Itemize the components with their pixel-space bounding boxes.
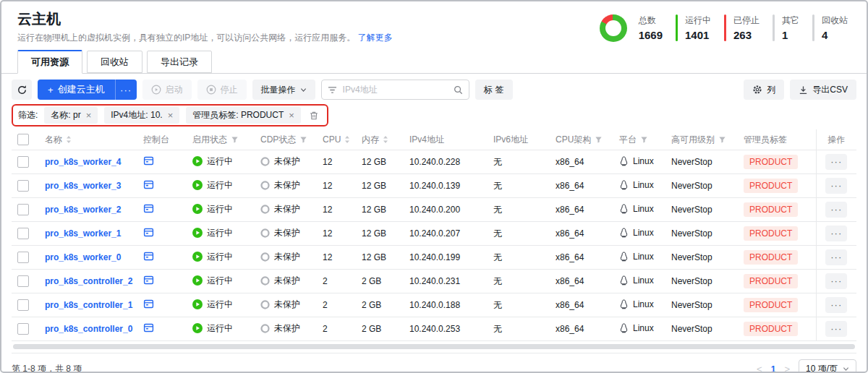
running-status-icon [192, 252, 203, 262]
columns-button[interactable]: 列 [744, 80, 784, 100]
stat-label: 已停止 [733, 14, 760, 27]
ipv4-value: 10.240.0.199 [409, 252, 460, 262]
memory-cell: 12 GB [356, 150, 404, 174]
filter-icon[interactable] [299, 136, 307, 144]
ha-cell: NeverStop [665, 293, 738, 317]
stat-value: 1669 [639, 29, 663, 41]
running-status-icon [192, 323, 203, 333]
arch-cell: x86_64 [550, 222, 613, 246]
arch-cell: x86_64 [550, 246, 613, 270]
console-button[interactable] [143, 158, 154, 168]
close-icon[interactable]: × [86, 112, 92, 119]
vm-name-link[interactable]: pro_k8s_controller_0 [45, 324, 132, 334]
row-actions-button[interactable]: ··· [825, 249, 847, 265]
row-select-cell [12, 150, 39, 174]
page-number[interactable]: 1 [771, 364, 776, 373]
arch-cell: x86_64 [550, 198, 613, 222]
vm-name-link[interactable]: pro_k8s_worker_3 [45, 181, 121, 191]
console-button[interactable] [143, 206, 154, 216]
table-row: pro_k8s_controller_0 运行中 未保护 2 2 GB 10.2… [12, 317, 856, 341]
platform-text: Linux [633, 323, 654, 333]
console-button[interactable] [143, 230, 154, 240]
running-status-icon [192, 204, 203, 214]
page-size-select[interactable]: 10 项/页 [799, 359, 856, 373]
vm-name-link[interactable]: pro_k8s_worker_4 [45, 157, 121, 167]
select-all-checkbox[interactable] [17, 134, 29, 145]
console-button[interactable] [143, 182, 154, 192]
row-actions-button[interactable]: ··· [825, 321, 847, 337]
vm-name-link[interactable]: pro_k8s_controller_2 [45, 276, 132, 286]
close-icon[interactable]: × [168, 112, 174, 119]
column-header: 控制台 [137, 129, 187, 150]
refresh-button[interactable] [12, 80, 32, 100]
ha-cell: NeverStop [665, 174, 738, 198]
sort-icon[interactable] [344, 135, 350, 144]
console-icon [143, 322, 154, 333]
column-label: IPv6地址 [493, 134, 528, 146]
row-actions-button[interactable]: ··· [825, 202, 847, 218]
row-actions-button[interactable]: ··· [825, 273, 847, 289]
clear-filters-button[interactable] [307, 109, 320, 122]
console-button[interactable] [143, 278, 154, 288]
ha-cell: NeverStop [665, 150, 738, 174]
row-actions-button[interactable]: ··· [825, 297, 847, 313]
learn-more-link[interactable]: 了解更多 [358, 33, 393, 43]
search-box [321, 80, 469, 100]
table-row: pro_k8s_worker_2 运行中 未保护 12 12 GB 10.240… [12, 198, 856, 222]
row-checkbox[interactable] [17, 252, 29, 263]
cdp-text: 未保护 [274, 227, 300, 239]
tab-recycle-bin[interactable]: 回收站 [87, 51, 142, 73]
cpu-cell: 12 [317, 174, 356, 198]
name-cell: pro_k8s_worker_2 [39, 198, 137, 222]
pagination: < 1 > 10 项/页 [757, 359, 856, 373]
row-checkbox[interactable] [17, 156, 29, 168]
vm-name-link[interactable]: pro_k8s_worker_1 [45, 228, 121, 239]
filter-icon[interactable] [595, 136, 603, 144]
tab-available-resources[interactable]: 可用资源 [17, 50, 82, 74]
stop-button[interactable]: 停止 [197, 80, 247, 100]
tag-filter-button[interactable]: 标签 [475, 80, 513, 100]
sort-icon[interactable] [66, 135, 72, 144]
row-checkbox[interactable] [17, 228, 29, 239]
horizontal-scrollbar[interactable] [13, 344, 855, 349]
console-button[interactable] [143, 254, 154, 264]
filter-icon[interactable] [640, 136, 648, 144]
row-actions-button[interactable]: ··· [825, 178, 847, 194]
column-label: 启用状态 [192, 134, 227, 146]
tab-export-records[interactable]: 导出记录 [147, 51, 212, 73]
start-button[interactable]: 启动 [142, 80, 192, 100]
row-actions-button[interactable]: ··· [825, 226, 847, 241]
vm-name-link[interactable]: pro_k8s_worker_0 [45, 252, 121, 262]
row-checkbox[interactable] [17, 323, 29, 335]
column-header: 启用状态 [187, 129, 255, 150]
row-checkbox[interactable] [17, 204, 29, 215]
sort-icon[interactable] [383, 135, 388, 144]
create-more-button[interactable]: ··· [115, 80, 137, 100]
console-button[interactable] [143, 325, 154, 335]
row-checkbox[interactable] [17, 180, 29, 192]
cdp-unprotected-icon [260, 157, 270, 166]
linux-icon [619, 252, 629, 262]
filter-icon[interactable] [231, 136, 239, 144]
row-checkbox[interactable] [17, 299, 29, 311]
vm-name-link[interactable]: pro_k8s_worker_2 [45, 205, 121, 215]
export-csv-button[interactable]: 导出CSV [790, 80, 856, 100]
row-checkbox[interactable] [17, 275, 29, 287]
console-button[interactable] [143, 301, 154, 312]
ipv6-cell: 无 [488, 150, 550, 174]
filter-icon[interactable] [718, 136, 726, 144]
row-select-cell [12, 270, 39, 293]
vm-name-link[interactable]: pro_k8s_controller_1 [45, 300, 132, 310]
search-icon[interactable] [454, 85, 463, 95]
cdp-cell: 未保护 [255, 222, 317, 246]
name-cell: pro_k8s_worker_3 [39, 174, 137, 198]
next-page-icon[interactable]: > [784, 364, 790, 373]
prev-page-icon[interactable]: < [757, 364, 762, 373]
bulk-actions-button[interactable]: 批量操作 [252, 80, 315, 100]
close-icon[interactable]: × [289, 112, 294, 119]
row-actions-button[interactable]: ··· [825, 154, 847, 170]
name-cell: pro_k8s_controller_0 [39, 317, 137, 341]
create-host-button[interactable]: + 创建云主机 [38, 80, 115, 100]
search-input[interactable] [341, 84, 449, 95]
running-status-icon [192, 180, 203, 190]
